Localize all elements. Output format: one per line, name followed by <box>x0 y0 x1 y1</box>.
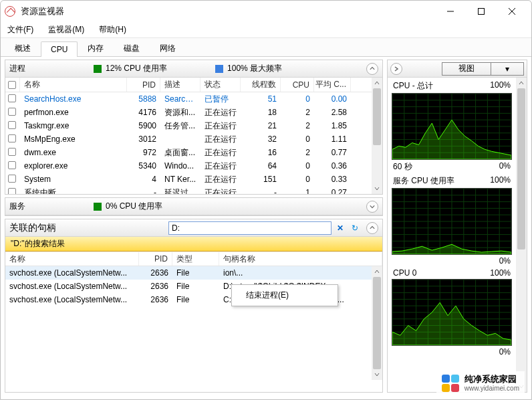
process-row[interactable]: SearchHost.exe5888 Search...已暂停 510 0.00 <box>5 92 372 106</box>
scroll-down-icon[interactable] <box>372 183 382 194</box>
col-pid[interactable]: PID <box>127 78 160 92</box>
menu-end-process[interactable]: 结束进程(E) <box>234 287 336 304</box>
scroll-up-icon[interactable] <box>516 78 527 88</box>
col-desc[interactable]: 描述 <box>160 78 201 92</box>
processes-collapse-icon[interactable] <box>366 63 378 75</box>
col-cpu[interactable]: CPU <box>281 78 314 92</box>
menu-file[interactable]: 文件(F) <box>5 23 36 37</box>
menu-bar: 文件(F) 监视器(M) 帮助(H) <box>1 22 531 38</box>
hcol-name[interactable]: 名称 <box>5 252 139 266</box>
handles-scrollbar[interactable] <box>372 266 382 380</box>
process-row[interactable]: perfmon.exe4176 资源和...正在运行 182 2.58 <box>5 106 372 119</box>
process-row[interactable]: System4 NT Ker...正在运行 1510 0.33 <box>5 173 372 186</box>
graphs-header: 视图 ▾ <box>388 60 527 78</box>
svg-rect-1 <box>479 9 485 15</box>
window-controls <box>435 2 527 21</box>
graph-bottom-right: 0% <box>499 256 511 266</box>
graphs-expand-icon[interactable] <box>390 63 402 75</box>
col-avg[interactable]: 平均 C... <box>314 78 351 92</box>
row-checkbox[interactable] <box>8 148 16 156</box>
minimize-button[interactable] <box>435 2 466 21</box>
row-checkbox[interactable] <box>8 188 16 195</box>
graphs-scrollbar[interactable] <box>516 78 527 392</box>
tab-cpu[interactable]: CPU <box>41 41 78 57</box>
col-name[interactable]: 名称 <box>20 78 127 92</box>
row-checkbox[interactable] <box>8 161 16 169</box>
handles-header[interactable]: 关联的句柄 ✕ ↻ <box>5 219 382 237</box>
col-threads[interactable]: 线程数 <box>241 78 281 92</box>
cpu-usage-icon <box>94 65 102 73</box>
row-checkbox[interactable] <box>8 121 16 129</box>
results-banner: "D:"的搜索结果 <box>5 237 382 252</box>
hcol-pid[interactable]: PID <box>139 252 172 266</box>
handles-columns: 名称 PID 类型 句柄名称 <box>5 252 382 266</box>
process-row[interactable]: Taskmgr.exe5900 任务管...正在运行 212 1.85 <box>5 119 372 132</box>
services-header[interactable]: 服务 0% CPU 使用率 <box>5 198 382 215</box>
hcol-hname[interactable]: 句柄名称 <box>219 252 382 266</box>
tab-disk[interactable]: 磁盘 <box>114 39 150 57</box>
menu-monitor[interactable]: 监视器(M) <box>45 23 87 37</box>
graph-max: 100% <box>490 268 511 278</box>
clear-search-icon[interactable]: ✕ <box>334 222 346 234</box>
process-row[interactable]: 系统中断- 延迟过...正在运行 -1 0.27 <box>5 186 372 194</box>
dropdown-icon[interactable]: ▾ <box>491 63 523 75</box>
scroll-up-icon[interactable] <box>372 266 382 277</box>
processes-columns: 名称 PID 描述 状态 线程数 CPU 平均 C... <box>5 78 372 92</box>
tab-overview[interactable]: 概述 <box>5 39 41 57</box>
processes-stat2: 100% 最大频率 <box>227 63 282 74</box>
graph-title: 服务 CPU 使用率 <box>393 175 454 187</box>
processes-stat1: 12% CPU 使用率 <box>106 63 167 74</box>
process-row[interactable]: explorer.exe5340 Windo...正在运行 640 0.36 <box>5 159 372 173</box>
tab-network[interactable]: 网络 <box>150 39 186 57</box>
graph-bottom-right: 0% <box>499 161 511 173</box>
watermark: 纯净系统家园 www.yidaimei.com <box>436 371 525 395</box>
graph-title: CPU - 总计 <box>393 80 433 92</box>
graph: CPU 0100% 0% <box>392 268 512 357</box>
watermark-icon <box>442 375 459 392</box>
handles-title: 关联的句柄 <box>9 222 56 234</box>
row-checkbox[interactable] <box>8 94 16 102</box>
processes-scrollbar[interactable] <box>372 78 382 194</box>
context-menu: 结束进程(E) <box>231 284 338 306</box>
graph: 服务 CPU 使用率100% 0% <box>392 175 512 266</box>
graph-title: CPU 0 <box>393 268 416 278</box>
graph: CPU - 总计100% 60 秒0% <box>392 80 512 173</box>
services-panel: 服务 0% CPU 使用率 <box>5 197 383 216</box>
refresh-search-icon[interactable]: ↻ <box>349 222 361 234</box>
processes-header[interactable]: 进程 12% CPU 使用率 100% 最大频率 <box>5 60 382 78</box>
row-checkbox[interactable] <box>8 175 16 183</box>
process-row[interactable]: dwm.exe972 桌面窗...正在运行 162 0.77 <box>5 146 372 159</box>
processes-title: 进程 <box>9 63 25 74</box>
graphs-panel: 视图 ▾ CPU - 总计100% 60 秒0%服务 CPU 使用率100% 0… <box>387 60 527 393</box>
handles-collapse-icon[interactable] <box>366 222 378 234</box>
handle-row[interactable]: svchost.exe (LocalSystemNetw...2636 File… <box>5 266 372 280</box>
graph-max: 100% <box>490 175 511 187</box>
row-checkbox[interactable] <box>8 134 16 142</box>
services-stat1: 0% CPU 使用率 <box>106 201 162 212</box>
view-select[interactable]: 视图 ▾ <box>442 62 524 76</box>
freq-usage-icon <box>215 65 223 73</box>
handles-search-input[interactable] <box>168 221 331 235</box>
window-title: 资源监视器 <box>21 5 64 17</box>
view-select-label: 视图 <box>442 63 491 74</box>
row-checkbox[interactable] <box>8 108 16 116</box>
processes-panel: 进程 12% CPU 使用率 100% 最大频率 名称 PID 描述 状态 线程… <box>5 60 383 195</box>
menu-help[interactable]: 帮助(H) <box>96 23 129 37</box>
services-title: 服务 <box>9 201 25 212</box>
select-all-checkbox[interactable] <box>8 81 16 89</box>
services-expand-icon[interactable] <box>366 201 378 213</box>
app-icon <box>5 6 15 17</box>
close-button[interactable] <box>497 2 527 21</box>
maximize-button[interactable] <box>466 2 497 21</box>
tab-bar: 概述 CPU 内存 磁盘 网络 <box>1 38 531 57</box>
scroll-down-icon[interactable] <box>372 369 382 380</box>
graph-bottom-left: 60 秒 <box>393 161 412 173</box>
hcol-type[interactable]: 类型 <box>172 252 219 266</box>
services-usage-icon <box>94 203 102 211</box>
col-state[interactable]: 状态 <box>201 78 241 92</box>
title-bar: 资源监视器 <box>1 1 531 22</box>
tab-memory[interactable]: 内存 <box>78 39 114 57</box>
process-row[interactable]: MsMpEng.exe3012 正在运行 320 1.11 <box>5 132 372 146</box>
scroll-up-icon[interactable] <box>372 78 382 88</box>
watermark-line1: 纯净系统家园 <box>464 374 519 385</box>
